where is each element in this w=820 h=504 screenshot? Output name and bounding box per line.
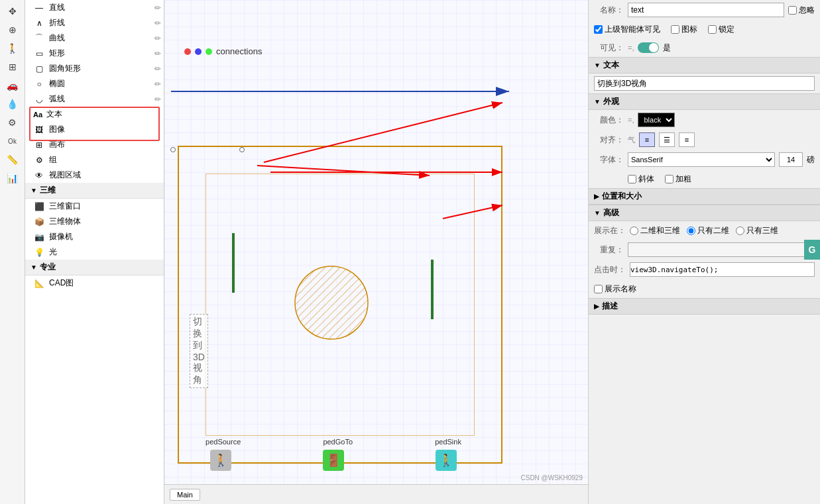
edit-curve-icon[interactable]: ✏	[154, 34, 161, 43]
shape-item-3d-window[interactable]: ⬛ 三维窗口	[25, 199, 164, 214]
font-size-input[interactable]	[779, 152, 803, 167]
section-position-title[interactable]: ▶ 位置和大小	[589, 188, 820, 205]
shape-item-camera[interactable]: 📷 摄像机	[25, 229, 164, 244]
align-left-btn[interactable]: ≡	[639, 132, 655, 147]
section-text-title[interactable]: ▼ 文本	[589, 57, 820, 74]
tab-main[interactable]: Main	[170, 489, 200, 501]
icon-checkbox[interactable]	[671, 25, 679, 34]
tool-person[interactable]: 🚶	[3, 40, 23, 57]
tool-add[interactable]: ⊕	[3, 21, 23, 38]
orange-box[interactable]	[178, 146, 502, 464]
shape-item-rect[interactable]: ▭ 矩形 ✏	[25, 46, 164, 61]
selection-handle-tr[interactable]	[239, 147, 245, 152]
connections-label: connections	[184, 46, 262, 56]
section-advanced-title[interactable]: ▼ 高级	[589, 205, 820, 221]
radio-2d-only[interactable]	[687, 227, 695, 235]
tool-measure[interactable]: 📏	[3, 151, 23, 168]
shape-item-light[interactable]: 💡 光	[25, 244, 164, 260]
canvas[interactable]: connections	[164, 0, 588, 484]
section-appearance-title[interactable]: ▼ 外观	[589, 93, 820, 110]
shape-item-rounded-rect[interactable]: ▢ 圆角矩形 ✏	[25, 61, 164, 76]
style-row: 斜体 加粗	[589, 170, 820, 188]
shape-item-polyline[interactable]: ∧ 折线 ✏	[25, 15, 164, 30]
canvas-shape-icon: ⊞	[33, 140, 45, 150]
edit-ellipse-icon[interactable]: ✏	[154, 79, 161, 89]
radio-3d-only[interactable]	[736, 227, 744, 235]
color-dropdown[interactable]: black	[638, 113, 675, 127]
shape-item-group[interactable]: ⚙ 组	[25, 152, 164, 168]
italic-checkbox[interactable]	[628, 175, 636, 183]
name-row: 名称： 忽略	[589, 0, 820, 20]
display-in-row: 展示在： 二维和三维 只有二维 只有三维	[589, 221, 820, 240]
conn-dot-red	[184, 48, 191, 55]
camera-icon: 📷	[33, 232, 45, 242]
tool-select[interactable]: ✥	[3, 3, 23, 20]
shape-item-arc[interactable]: ◡ 弧线 ✏	[25, 91, 164, 107]
onclick-row: 点击时：	[589, 260, 820, 279]
shape-item-text[interactable]: Aa 文本	[25, 107, 164, 122]
color-select[interactable]: black	[638, 113, 675, 127]
repeat-input[interactable]	[628, 242, 815, 257]
align-center-btn[interactable]: ☰	[659, 132, 675, 147]
arc-icon: ◡	[33, 95, 45, 104]
shape-item-3d-object[interactable]: 📦 三维物体	[25, 214, 164, 229]
edit-arc-icon[interactable]: ✏	[154, 95, 161, 104]
connections-text: connections	[216, 46, 262, 56]
tool-car[interactable]: 🚗	[3, 77, 23, 94]
visible-label: 可见：	[594, 42, 624, 54]
name-label: 名称：	[594, 5, 624, 16]
tool-gear[interactable]: ⚙	[3, 114, 23, 131]
align-row: 对齐： 气 ≡ ☰ ≡	[589, 130, 820, 150]
edit-line-icon[interactable]: ✏	[154, 3, 161, 13]
color-label: 颜色：	[594, 115, 624, 126]
tool-ok[interactable]: Ok	[3, 132, 23, 150]
section-description-title[interactable]: ▶ 描述	[589, 298, 820, 315]
section-text-arrow: ▼	[594, 62, 601, 69]
name-input[interactable]	[628, 3, 784, 17]
ped-sink-icon: 🚶	[436, 450, 457, 471]
ignore-checkbox[interactable]	[788, 6, 797, 15]
shape-item-canvas[interactable]: ⊞ 画布	[25, 137, 164, 152]
ignore-checkbox-label: 忽略	[788, 5, 815, 16]
canvas-text-element[interactable]: 切换到3D视角	[190, 314, 208, 388]
display-2d-3d: 二维和三维	[630, 225, 680, 236]
align-label: 对齐：	[594, 134, 624, 146]
csdn-watermark: CSDN @WSKH0929	[520, 474, 583, 481]
shape-item-line[interactable]: — 直线 ✏	[25, 0, 164, 15]
green-bar-right	[431, 260, 434, 319]
tool-drop[interactable]: 💧	[3, 95, 23, 113]
shape-item-cad[interactable]: 📐 CAD图	[25, 276, 164, 291]
selection-handle-tl[interactable]	[170, 147, 176, 152]
tool-chart[interactable]: 📊	[3, 170, 23, 187]
section-description-arrow: ▶	[594, 303, 599, 310]
align-eq-icon: 气	[628, 135, 635, 145]
bold-checkbox[interactable]	[665, 175, 674, 183]
edit-polyline-icon[interactable]: ✏	[154, 19, 161, 28]
canvas-bottom-bar: Main	[164, 484, 588, 504]
text-content-input[interactable]	[594, 76, 815, 91]
radio-2d-3d[interactable]	[630, 227, 638, 235]
edit-rect-icon[interactable]: ✏	[154, 49, 161, 58]
font-select[interactable]: SansSerif	[628, 152, 775, 167]
show-name-checkbox[interactable]	[594, 285, 603, 293]
section-3d[interactable]: ▼ 三维	[25, 183, 164, 199]
conn-dot-blue	[195, 48, 202, 55]
ped-goto-icon: 🚪	[323, 450, 344, 471]
canvas-container[interactable]: connections	[164, 0, 588, 484]
visible-toggle[interactable]	[638, 42, 659, 53]
shape-item-curve[interactable]: ⌒ 曲线 ✏	[25, 30, 164, 46]
parent-visible-checkbox[interactable]	[594, 25, 603, 34]
onclick-input[interactable]	[630, 262, 815, 277]
lock-checkbox[interactable]	[708, 25, 717, 34]
toggle-knob	[649, 43, 658, 52]
align-right-btn[interactable]: ≡	[679, 132, 695, 147]
visible-row: 可见： =, 是	[589, 38, 820, 57]
shape-item-ellipse[interactable]: ○ 椭圆 ✏	[25, 76, 164, 91]
section-professional[interactable]: ▼ 专业	[25, 260, 164, 276]
tool-grid[interactable]: ⊞	[3, 58, 23, 76]
font-label: 字体：	[594, 154, 624, 166]
edit-rounded-rect-icon[interactable]: ✏	[154, 64, 161, 74]
green-bar-left	[232, 233, 235, 293]
shape-item-view-area[interactable]: 👁 视图区域	[25, 168, 164, 183]
shape-item-image[interactable]: 🖼 图像	[25, 122, 164, 137]
